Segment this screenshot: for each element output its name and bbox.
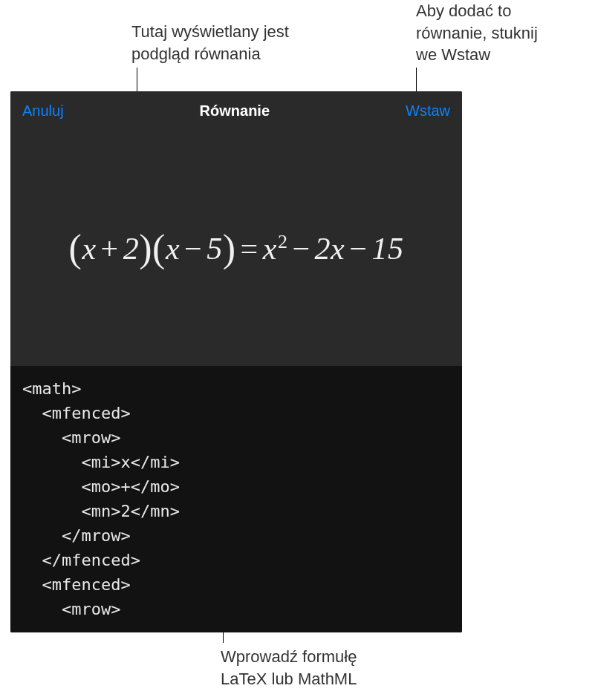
var-x: x bbox=[166, 232, 180, 266]
num-2: 2 bbox=[123, 232, 140, 266]
op-minus: − bbox=[345, 232, 371, 266]
num-5: 5 bbox=[207, 232, 223, 266]
page-title: Równanie bbox=[200, 102, 270, 120]
num-2: 2 bbox=[315, 232, 331, 266]
callout-input-text: Wprowadź formułęLaTeX lub MathML bbox=[221, 646, 443, 690]
callout-insert-text: Aby dodać torównanie, stuknijwe Wstaw bbox=[416, 0, 579, 66]
op-eq: = bbox=[236, 232, 263, 266]
var-x: x bbox=[82, 232, 96, 266]
op-minus: − bbox=[287, 232, 314, 266]
lparen-icon: ( bbox=[69, 227, 82, 269]
lparen-icon: ( bbox=[152, 227, 166, 269]
equation-editor-window: Anuluj Równanie Wstaw (x+2)(x−5)=x2−2x−1… bbox=[10, 91, 462, 632]
rparen-icon: ) bbox=[223, 227, 236, 269]
rparen-icon: ) bbox=[139, 227, 152, 269]
insert-button[interactable]: Wstaw bbox=[406, 102, 450, 120]
equation-editor-header: Anuluj Równanie Wstaw bbox=[10, 91, 462, 130]
equation-code-input[interactable]: <math> <mfenced> <mrow> <mi>x</mi> <mo>+… bbox=[10, 366, 462, 632]
op-plus: + bbox=[97, 232, 123, 266]
callout-preview-text: Tutaj wyświetlany jestpodgląd równania bbox=[131, 21, 339, 65]
equation-preview: (x+2)(x−5)=x2−2x−15 bbox=[10, 130, 462, 366]
sup-2: 2 bbox=[277, 231, 288, 252]
cancel-button[interactable]: Anuluj bbox=[22, 102, 64, 120]
op-minus: − bbox=[180, 232, 207, 266]
num-15: 15 bbox=[371, 232, 403, 266]
equation-rendered: (x+2)(x−5)=x2−2x−15 bbox=[69, 226, 404, 270]
var-x: x bbox=[331, 232, 345, 266]
var-x: x bbox=[263, 232, 277, 266]
